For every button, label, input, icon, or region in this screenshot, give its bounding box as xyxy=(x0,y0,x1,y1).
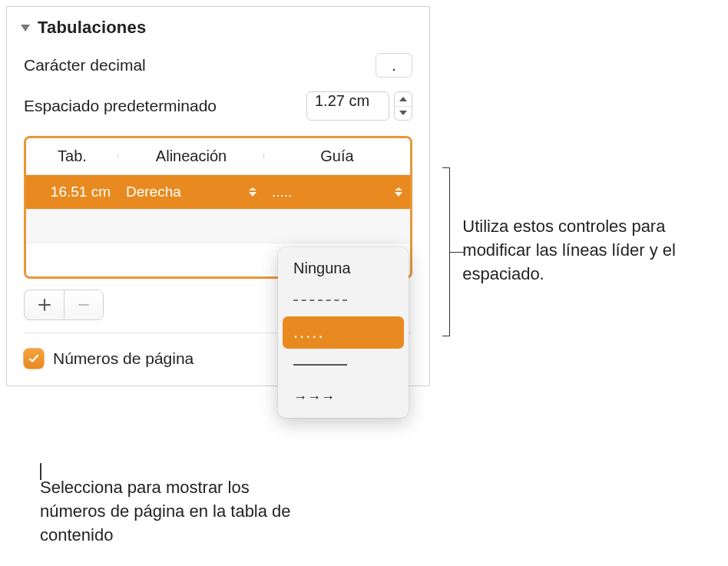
chevron-up-icon xyxy=(399,97,407,101)
callout-line-icon xyxy=(40,463,41,480)
section-header[interactable]: Tabulaciones xyxy=(7,7,429,45)
spacing-stepper[interactable] xyxy=(394,91,412,121)
default-spacing-input[interactable]: 1.27 cm xyxy=(306,91,389,121)
dropdown-option-dashes[interactable] xyxy=(283,284,404,316)
callout-right-text: Utiliza estos controles para modificar l… xyxy=(462,215,711,286)
decimal-char-label: Carácter decimal xyxy=(24,56,146,74)
add-tab-button[interactable] xyxy=(24,290,64,320)
col-header-tab[interactable]: Tab. xyxy=(26,147,118,165)
tab-table-row-empty xyxy=(26,209,410,243)
callout-right: Utiliza estos controles para modificar l… xyxy=(442,167,711,336)
col-header-align[interactable]: Alineación xyxy=(118,147,264,165)
solid-line-icon xyxy=(293,364,347,366)
callout-bottom-text: Selecciona para mostrar los números de p… xyxy=(40,476,316,547)
chevron-down-icon xyxy=(399,111,407,115)
default-spacing-label: Espaciado predeterminado xyxy=(24,97,217,115)
dropdown-option-arrows[interactable]: →→→ xyxy=(283,381,404,413)
section-title: Tabulaciones xyxy=(38,18,146,38)
dropdown-option-solid[interactable] xyxy=(283,349,404,381)
minus-icon xyxy=(77,298,91,312)
stepper-down-button[interactable] xyxy=(395,107,412,121)
disclosure-triangle-icon[interactable] xyxy=(21,25,30,31)
decimal-char-row: Carácter decimal . xyxy=(7,45,429,84)
dash-line-icon xyxy=(293,300,347,301)
cell-align-value[interactable]: Derecha xyxy=(118,184,264,200)
default-spacing-row: Espaciado predeterminado 1.27 cm xyxy=(7,84,429,127)
tab-table-row-selected[interactable]: 16.51 cm Derecha ..... xyxy=(26,175,410,209)
dropdown-option-none[interactable]: Ninguna xyxy=(283,252,404,284)
updown-icon xyxy=(390,187,402,197)
updown-icon xyxy=(244,187,256,197)
remove-tab-button[interactable] xyxy=(64,290,104,320)
col-header-guide[interactable]: Guía xyxy=(264,147,410,165)
stepper-up-button[interactable] xyxy=(395,92,412,107)
callout-bottom: Selecciona para mostrar los números de p… xyxy=(40,476,316,547)
arrows-icon: →→→ xyxy=(293,389,335,405)
checkmark-icon xyxy=(28,353,40,365)
guide-dropdown-menu: Ninguna ..... →→→ xyxy=(278,247,409,418)
dots-icon: ..... xyxy=(293,323,325,343)
bracket-icon xyxy=(442,167,450,336)
plus-icon xyxy=(38,298,51,312)
dropdown-option-dots[interactable]: ..... xyxy=(283,316,404,349)
decimal-char-input[interactable]: . xyxy=(376,53,412,78)
tab-table-header: Tab. Alineación Guía xyxy=(26,138,410,175)
cell-tab-value[interactable]: 16.51 cm xyxy=(26,184,118,200)
cell-guide-value[interactable]: ..... xyxy=(264,184,410,200)
page-numbers-label: Números de página xyxy=(53,349,194,368)
page-numbers-checkbox[interactable] xyxy=(24,349,44,369)
